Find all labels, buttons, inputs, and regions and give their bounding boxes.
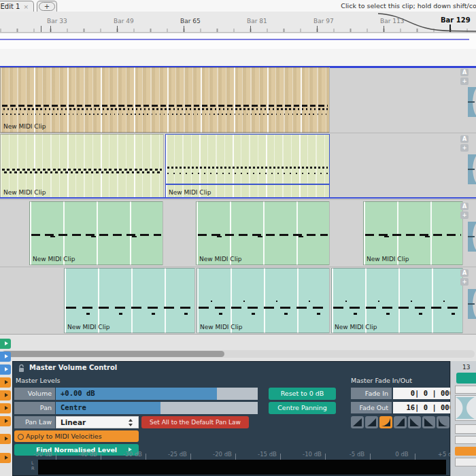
midi-notes (333, 307, 461, 309)
volume-label: Volume (14, 388, 55, 400)
clipped-panel-button[interactable] (0, 390, 11, 401)
master-fade-out-curve[interactable] (373, 12, 476, 33)
db-scale-label: -50 dB (28, 451, 58, 458)
plugin-thumbnail[interactable] (468, 154, 476, 185)
set-default-pan-law-button[interactable]: Set All to the Default Pan Law (141, 416, 249, 428)
centre-panning-button[interactable]: Centre Panning (269, 402, 336, 414)
master-volume-panel: Master Volume Control Master Levels Volu… (12, 361, 450, 476)
horizontal-scrollbar-thumb[interactable] (2, 351, 224, 357)
lock-icon[interactable] (18, 364, 25, 373)
clip-header-line (166, 184, 329, 185)
add-button[interactable]: + (460, 144, 469, 152)
meter-left-label: L (31, 460, 34, 466)
arrow-right-icon (5, 341, 8, 345)
pan-law-select[interactable]: Linear (56, 416, 139, 428)
fade-in-convex-icon (365, 416, 378, 428)
plugin-thumbnail[interactable] (468, 86, 476, 118)
marker-lane (0, 33, 476, 49)
plugin-thumbnail[interactable] (468, 221, 476, 252)
clipped-panel-button[interactable] (0, 403, 11, 413)
automation-button[interactable]: A (460, 135, 469, 143)
volume-slider[interactable]: +0.00 dB (56, 388, 258, 400)
new-tab-button[interactable]: + (37, 1, 57, 12)
midi-notes (2, 114, 328, 115)
midi-notes (333, 313, 461, 315)
fade-in-label: Fade In (351, 388, 392, 399)
clipped-panel-button[interactable] (0, 339, 11, 349)
midi-notes (365, 236, 461, 237)
fade-shape-button[interactable] (422, 416, 435, 428)
fade-out-linear-icon (422, 416, 435, 428)
db-scale-label: -15 dB (252, 451, 282, 458)
apply-midi-velocities-toggle[interactable]: Apply to MIDI Velocities (14, 430, 139, 442)
tab-bar: 5 Edit 1 × + Click to select this clip; … (0, 0, 476, 12)
clip-label: New MIDI Clip (3, 189, 46, 196)
tab-label: 5 Edit 1 (0, 3, 20, 10)
plugin-thumbnail[interactable] (468, 288, 476, 320)
clip-label: New MIDI Clip (199, 256, 241, 262)
fade-shape-button[interactable] (394, 416, 407, 428)
tab-edit-1[interactable]: 5 Edit 1 × (0, 1, 34, 12)
status-hint-text: Click to select this clip; hold down shi… (341, 2, 476, 10)
midi-clip[interactable]: New MIDI Clip (0, 134, 164, 199)
clipped-panel-button[interactable] (0, 352, 11, 362)
pan-value: Centre (61, 403, 86, 411)
fade-out-field[interactable]: 16| 0 | 000 (393, 402, 456, 413)
fade-shape-icon (456, 396, 476, 420)
fade-in-field[interactable]: 0| 0 | 000 (393, 388, 456, 399)
clipped-panel-button[interactable] (0, 377, 11, 388)
db-scale-label: 0 dB (387, 451, 417, 458)
midi-notes (199, 313, 328, 315)
midi-clip[interactable]: New MIDI Clip (197, 268, 330, 333)
midi-clip[interactable]: New MIDI Clip (0, 67, 330, 133)
automation-line[interactable] (0, 39, 469, 40)
fade-shape-button[interactable] (408, 416, 421, 428)
meter-right-label: R (31, 466, 35, 471)
fade-preview-thumbnail[interactable] (455, 395, 476, 421)
midi-notes (66, 313, 193, 315)
automation-button[interactable]: A (460, 269, 469, 277)
midi-notes (2, 108, 328, 110)
section-label-master-levels: Master Levels (16, 377, 61, 384)
midi-clip[interactable]: New MIDI Clip (363, 201, 463, 265)
midi-notes (2, 105, 328, 107)
side-field[interactable] (455, 436, 476, 444)
midi-clip[interactable]: New MIDI Clip (196, 201, 330, 265)
automation-button[interactable]: A (460, 203, 469, 210)
bar-label: Bar 33 (47, 18, 67, 24)
side-green-button[interactable] (456, 373, 476, 384)
fade-shape-button[interactable] (351, 416, 364, 428)
clipped-panel-button[interactable] (0, 453, 11, 463)
clipped-panel-button[interactable] (0, 416, 11, 426)
bar-label: Bar 97 (313, 18, 334, 24)
track-divider (0, 199, 476, 200)
midi-clip-selected[interactable]: New MIDI Clip (165, 134, 330, 199)
level-meter-display (38, 460, 446, 475)
midi-clip[interactable]: New MIDI Clip (64, 268, 195, 333)
fade-shape-button[interactable] (365, 416, 378, 428)
side-field[interactable] (455, 424, 476, 434)
clipped-panel-button[interactable] (0, 364, 11, 375)
side-orange-button[interactable] (455, 447, 476, 456)
pan-slider[interactable]: Centre (56, 402, 258, 414)
fade-shape-button[interactable] (437, 416, 449, 428)
midi-clip[interactable]: New MIDI Clip (331, 268, 463, 333)
clip-label: New MIDI Clip (169, 189, 211, 196)
side-field[interactable] (455, 458, 476, 466)
fade-shape-button-selected[interactable] (379, 416, 392, 428)
reset-volume-button[interactable]: Reset to 0 dB (269, 388, 336, 400)
clipped-panel-button[interactable] (0, 434, 11, 444)
midi-clip[interactable]: New MIDI Clip (29, 201, 163, 265)
bar-label: Bar 65 (180, 18, 201, 24)
clip-label: New MIDI Clip (367, 256, 409, 262)
midi-notes (333, 301, 461, 302)
add-button[interactable]: + (460, 78, 469, 85)
fade-out-label: Fade Out (351, 402, 392, 413)
side-field[interactable] (455, 386, 476, 394)
close-tab-icon[interactable]: × (23, 3, 29, 10)
add-button[interactable]: + (460, 211, 469, 219)
bar-label: Bar 81 (247, 18, 267, 24)
fade-out-concave-icon (437, 416, 449, 428)
automation-button[interactable]: A (460, 69, 469, 76)
add-button[interactable]: + (460, 278, 469, 286)
